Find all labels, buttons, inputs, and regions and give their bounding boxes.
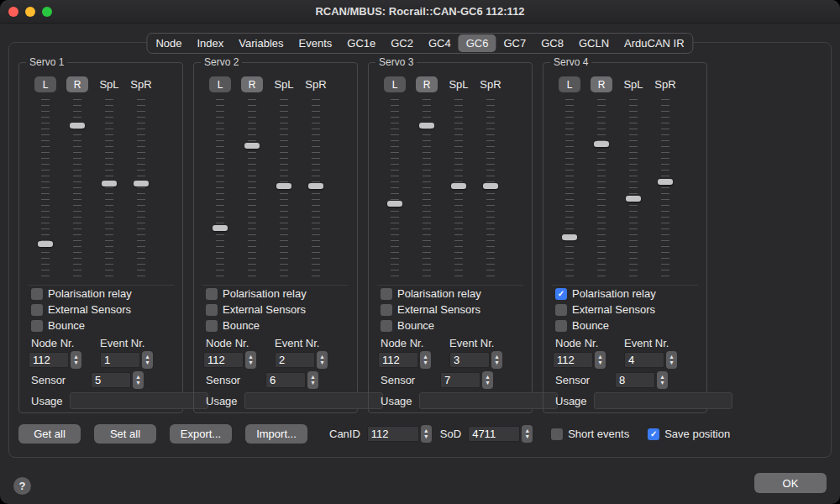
external-sensors-checkbox-row[interactable]: ✓ External Sensors	[369, 302, 532, 318]
speed-right-slider[interactable]	[649, 97, 681, 281]
short-events-checkbox-row[interactable]: ✓ Short events	[551, 428, 629, 440]
bounce-checkbox[interactable]: ✓	[206, 320, 218, 332]
event-nr-stepper[interactable]: ▴ ▾	[317, 351, 328, 369]
slider-handle[interactable]	[244, 143, 260, 149]
zoom-button[interactable]	[42, 7, 52, 17]
export-button[interactable]: Export...	[170, 424, 232, 444]
tab-gc8[interactable]: GC8	[533, 34, 571, 52]
node-nr-stepper[interactable]: ▴ ▾	[420, 351, 431, 369]
canid-field[interactable]	[367, 426, 419, 442]
slider-handle[interactable]	[70, 123, 85, 129]
save-position-checkbox[interactable]: ✓	[648, 428, 659, 440]
left-position-slider[interactable]	[379, 97, 411, 281]
right-button[interactable]: R	[591, 76, 612, 92]
stepper-down-icon[interactable]: ▾	[74, 360, 77, 366]
minimize-button[interactable]	[25, 7, 35, 17]
node-nr-field[interactable]	[378, 352, 418, 368]
usage-field[interactable]	[244, 392, 383, 409]
bounce-checkbox-row[interactable]: ✓ Bounce	[194, 318, 357, 333]
save-position-checkbox-row[interactable]: ✓ Save position	[648, 428, 730, 440]
slider-handle[interactable]	[594, 141, 609, 147]
short-events-checkbox[interactable]: ✓	[551, 428, 563, 440]
external-sensors-checkbox[interactable]: ✓	[555, 304, 567, 316]
event-nr-stepper[interactable]: ▴ ▾	[666, 351, 677, 369]
stepper-down-icon[interactable]: ▾	[598, 360, 601, 366]
tab-events[interactable]: Events	[291, 34, 340, 52]
slider-handle[interactable]	[213, 225, 228, 231]
ok-button[interactable]: OK	[754, 473, 827, 493]
external-sensors-checkbox[interactable]: ✓	[381, 304, 392, 316]
slider-handle[interactable]	[102, 181, 117, 186]
polarisation-relay-checkbox[interactable]: ✓	[555, 288, 567, 300]
left-position-slider[interactable]	[29, 97, 61, 281]
tab-gcln[interactable]: GCLN	[571, 34, 617, 52]
tab-arducan-ir[interactable]: ArduCAN IR	[617, 34, 692, 52]
sensor-field[interactable]	[615, 372, 655, 388]
slider-handle[interactable]	[308, 183, 323, 189]
stepper-down-icon[interactable]: ▾	[669, 360, 673, 366]
polarisation-relay-checkbox-row[interactable]: ✓ Polarisation relay	[194, 286, 357, 302]
stepper-down-icon[interactable]: ▾	[320, 360, 323, 366]
event-nr-stepper[interactable]: ▴ ▾	[142, 351, 153, 369]
right-position-slider[interactable]	[585, 97, 617, 281]
stepper-down-icon[interactable]: ▾	[145, 360, 149, 366]
sod-stepper[interactable]: ▴ ▾	[522, 425, 533, 443]
stepper-down-icon[interactable]: ▾	[495, 360, 498, 366]
slider-handle[interactable]	[387, 201, 402, 207]
stepper-down-icon[interactable]: ▾	[660, 381, 664, 386]
stepper-down-icon[interactable]: ▾	[311, 381, 314, 386]
speed-right-slider[interactable]	[475, 97, 507, 281]
external-sensors-checkbox-row[interactable]: ✓ External Sensors	[194, 302, 357, 318]
usage-field[interactable]	[419, 392, 558, 409]
node-nr-stepper[interactable]: ▴ ▾	[245, 351, 256, 369]
help-button[interactable]: ?	[13, 477, 31, 495]
event-nr-stepper[interactable]: ▴ ▾	[491, 351, 502, 369]
close-button[interactable]	[8, 7, 18, 17]
speed-right-slider[interactable]	[300, 97, 332, 281]
stepper-down-icon[interactable]: ▾	[249, 360, 252, 366]
stepper-down-icon[interactable]: ▾	[423, 360, 427, 366]
slider-handle[interactable]	[38, 241, 53, 247]
right-button[interactable]: R	[416, 76, 438, 92]
right-button[interactable]: R	[66, 76, 88, 92]
speed-left-slider[interactable]	[268, 97, 300, 281]
tab-gc4[interactable]: GC4	[421, 34, 459, 52]
event-nr-field[interactable]	[100, 352, 140, 368]
stepper-down-icon[interactable]: ▾	[526, 434, 529, 440]
bounce-checkbox-row[interactable]: ✓ Bounce	[369, 318, 532, 333]
usage-field[interactable]	[70, 392, 208, 409]
polarisation-relay-checkbox[interactable]: ✓	[381, 288, 392, 300]
polarisation-relay-checkbox[interactable]: ✓	[206, 288, 218, 300]
node-nr-stepper[interactable]: ▴ ▾	[595, 351, 606, 369]
external-sensors-checkbox-row[interactable]: ✓ External Sensors	[19, 302, 182, 318]
right-position-slider[interactable]	[236, 97, 268, 281]
slider-handle[interactable]	[419, 123, 434, 129]
event-nr-field[interactable]	[624, 352, 664, 368]
external-sensors-checkbox-row[interactable]: ✓ External Sensors	[543, 302, 706, 318]
right-position-slider[interactable]	[61, 97, 93, 281]
tab-gc1e[interactable]: GC1e	[339, 34, 383, 52]
event-nr-field[interactable]	[275, 352, 315, 368]
tab-gc7[interactable]: GC7	[496, 34, 533, 52]
tab-node[interactable]: Node	[148, 34, 189, 52]
slider-handle[interactable]	[276, 183, 291, 189]
set-all-button[interactable]: Set all	[94, 424, 156, 444]
slider-handle[interactable]	[451, 183, 466, 189]
polarisation-relay-checkbox-row[interactable]: ✓ Polarisation relay	[543, 286, 706, 302]
tab-index[interactable]: Index	[189, 34, 231, 52]
sensor-field[interactable]	[265, 372, 306, 388]
left-button[interactable]: L	[34, 76, 56, 92]
right-button[interactable]: R	[241, 76, 263, 92]
slider-handle[interactable]	[483, 183, 498, 189]
slider-handle[interactable]	[658, 179, 673, 185]
slider-handle[interactable]	[626, 196, 641, 202]
stepper-down-icon[interactable]: ▾	[486, 381, 489, 386]
speed-right-slider[interactable]	[125, 97, 157, 281]
slider-handle[interactable]	[562, 234, 577, 240]
sensor-field[interactable]	[440, 372, 480, 388]
canid-stepper[interactable]: ▴ ▾	[421, 425, 432, 443]
polarisation-relay-checkbox[interactable]: ✓	[31, 288, 43, 300]
bounce-checkbox-row[interactable]: ✓ Bounce	[19, 318, 182, 333]
tab-gc2[interactable]: GC2	[383, 34, 421, 52]
speed-left-slider[interactable]	[617, 97, 649, 281]
